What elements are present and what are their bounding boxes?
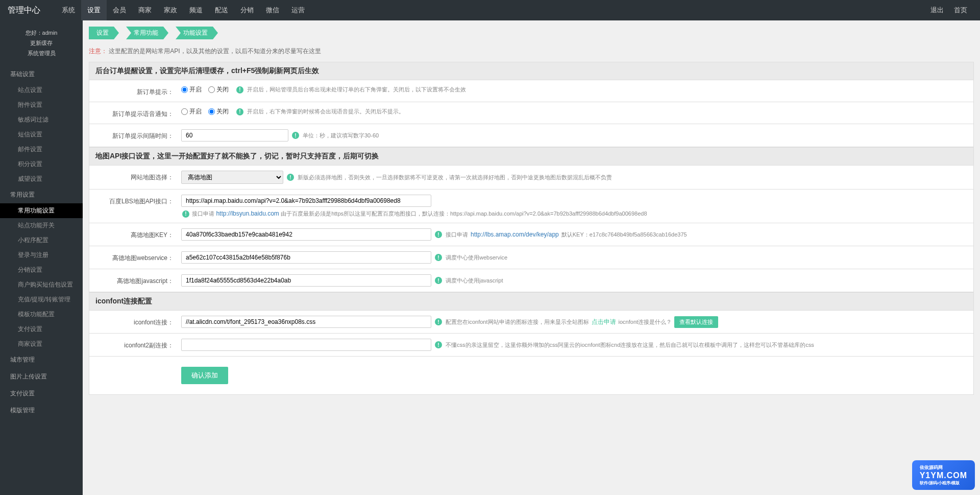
- help-iconfont-2: iocnfont连接是什么？: [619, 318, 672, 326]
- input-iconfont2[interactable]: [181, 339, 431, 351]
- nav-merchant[interactable]: 商家: [132, 0, 158, 20]
- logout-link[interactable]: 退出: [925, 6, 949, 15]
- info-icon: !: [182, 210, 189, 218]
- help-baidu-1: 接口申请: [192, 210, 216, 217]
- radio-voice-off[interactable]: 关闭: [208, 107, 229, 116]
- radio-new-order-off[interactable]: 关闭: [208, 85, 229, 94]
- sidebar-group-image[interactable]: 图片上传设置: [0, 368, 83, 385]
- label-new-order: 新订单提示：: [89, 85, 181, 97]
- sidebar-group-common[interactable]: 常用设置: [0, 186, 83, 203]
- label-baidu-api: 百度LBS地图API接口：: [89, 195, 181, 206]
- link-iconfont-apply[interactable]: 点击申请: [592, 318, 616, 326]
- sidebar: 您好：admin 更新缓存 系统管理员 基础设置 站点设置 附件设置 敏感词过滤…: [0, 20, 83, 495]
- sidebar-item-sensitive[interactable]: 敏感词过滤: [0, 112, 83, 127]
- row-iconfont2: iconfont2副连接： ! 不懂css的亲这里留空，这里你额外增加的css阿…: [89, 334, 974, 357]
- radio-voice-on-input[interactable]: [181, 108, 188, 115]
- header-right: 退出 首页: [925, 6, 972, 15]
- bc-func[interactable]: 功能设置: [176, 27, 218, 39]
- sidebar-item-template-func[interactable]: 模板功能配置: [0, 307, 83, 322]
- sidebar-item-payment[interactable]: 支付设置: [0, 322, 83, 337]
- nav-operation[interactable]: 运营: [285, 0, 311, 20]
- info-icon: !: [287, 174, 294, 181]
- notice: 注意： 这里配置的是网站常用API，以及其他的设置，以后不知道分来的尽量写在这里: [89, 44, 974, 62]
- sidebar-group-pay[interactable]: 支付设置: [0, 385, 83, 402]
- input-baidu-api[interactable]: [181, 195, 431, 207]
- radio-new-order-on[interactable]: 开启: [181, 85, 202, 94]
- home-link[interactable]: 首页: [949, 6, 972, 15]
- nav-settings[interactable]: 设置: [81, 0, 107, 20]
- sidebar-item-attachment[interactable]: 附件设置: [0, 98, 83, 112]
- main-content: 设置 常用功能 功能设置 注意： 这里配置的是网站常用API，以及其他的设置，以…: [83, 20, 980, 495]
- sidebar-group-template[interactable]: 模版管理: [0, 402, 83, 419]
- input-amap-key[interactable]: [181, 228, 431, 241]
- sidebar-item-miniapp[interactable]: 小程序配置: [0, 233, 83, 248]
- info-icon: !: [435, 231, 442, 238]
- help-new-order: 开启后，网站管理员后台将出现未处理订单的右下角弹窗。关闭后，以下设置将不会生效: [247, 86, 466, 93]
- section-map-title: 地图API接口设置，这里一开始配置好了就不能换了，切记，暂时只支持百度，后期可切…: [89, 147, 974, 166]
- radio-voice-off-input[interactable]: [208, 108, 215, 115]
- help-amap-1: 接口申请: [446, 231, 468, 239]
- help-iconfont-1: 配置您在iconfont网站申请的图标连接，用来显示全站图标: [446, 318, 589, 326]
- help-amap-2: 默认KEY：e17c8c7648b49bf5a85663cab16de375: [561, 231, 687, 239]
- submit-button[interactable]: 确认添加: [181, 367, 228, 384]
- sidebar-item-feature-switch[interactable]: 站点功能开关: [0, 218, 83, 233]
- label-interval: 新订单提示间隔时间：: [89, 129, 181, 140]
- app-title: 管理中心: [8, 5, 40, 16]
- sidebar-group-basic[interactable]: 基础设置: [0, 66, 83, 83]
- radio-off-input[interactable]: [208, 86, 215, 93]
- info-icon: !: [236, 86, 243, 93]
- label-iconfont2: iconfont2副连接：: [89, 339, 181, 350]
- info-icon: !: [435, 277, 442, 284]
- row-amap-ws: 高德地图webservice： ! 调度中心使用webservice: [89, 246, 974, 269]
- nav-distribution[interactable]: 分销: [234, 0, 260, 20]
- radio-voice-on[interactable]: 开启: [181, 107, 202, 116]
- update-cache-link[interactable]: 更新缓存: [0, 38, 83, 49]
- nav-delivery[interactable]: 配送: [209, 0, 234, 20]
- sidebar-item-recharge[interactable]: 充值/提现/转账管理: [0, 292, 83, 307]
- nav-wechat[interactable]: 微信: [260, 0, 285, 20]
- sidebar-item-prestige[interactable]: 威望设置: [0, 172, 83, 186]
- label-amap-ws: 高德地图webservice：: [89, 251, 181, 263]
- info-icon: !: [435, 318, 442, 325]
- help-interval: 单位：秒，建议填写数字30-60: [303, 132, 379, 139]
- sidebar-item-points[interactable]: 积分设置: [0, 157, 83, 172]
- sidebar-item-sms[interactable]: 短信设置: [0, 127, 83, 142]
- sidebar-item-site[interactable]: 站点设置: [0, 83, 83, 98]
- radio-on-input[interactable]: [181, 86, 188, 93]
- label-amap-js: 高德地图javascript：: [89, 274, 181, 286]
- help-amap-js: 调度中心使用javascript: [446, 277, 503, 285]
- input-amap-js[interactable]: [181, 274, 431, 287]
- input-interval[interactable]: [181, 129, 288, 142]
- section-iconfont-title: iconfont连接配置: [89, 292, 974, 311]
- nav-housekeeping[interactable]: 家政: [158, 0, 183, 20]
- row-interval: 新订单提示间隔时间： ! 单位：秒，建议填写数字30-60: [89, 124, 974, 147]
- link-baidu-lbs[interactable]: http://lbsyun.baidu.com: [216, 210, 279, 217]
- nav-member[interactable]: 会员: [107, 0, 132, 20]
- link-amap[interactable]: http://lbs.amap.com/dev/key/app: [471, 231, 559, 238]
- help-map-select: 新版必须选择地图，否则失效，一旦选择数据将不可逆更改，请第一次就选择好地图，否则…: [298, 174, 612, 181]
- submit-row: 确认添加: [89, 357, 974, 395]
- nav-system[interactable]: 系统: [56, 0, 81, 20]
- input-iconfont[interactable]: [181, 316, 431, 328]
- input-amap-ws[interactable]: [181, 251, 431, 264]
- bc-common[interactable]: 常用功能: [126, 27, 168, 39]
- sidebar-group-city[interactable]: 城市管理: [0, 351, 83, 368]
- sidebar-item-merchant-sms[interactable]: 商户购买短信包设置: [0, 277, 83, 292]
- breadcrumb: 设置 常用功能 功能设置: [89, 27, 974, 39]
- row-new-order: 新订单提示： 开启 关闭 ! 开启后，网站管理员后台将出现未处理订单的右下角弹窗…: [89, 80, 974, 102]
- btn-view-default[interactable]: 查看默认连接: [674, 316, 718, 328]
- notice-label: 注意：: [89, 48, 107, 55]
- sidebar-item-login[interactable]: 登录与注册: [0, 248, 83, 263]
- sidebar-item-common-func[interactable]: 常用功能设置: [0, 203, 83, 218]
- sidebar-item-merchant-settings[interactable]: 商家设置: [0, 337, 83, 351]
- notice-text: 这里配置的是网站常用API，以及其他的设置，以后不知道分来的尽量写在这里: [109, 48, 321, 55]
- watermark-top: 依依源码网: [920, 464, 967, 471]
- sidebar-item-mail[interactable]: 邮件设置: [0, 142, 83, 157]
- nav-channel[interactable]: 频道: [183, 0, 209, 20]
- bc-settings[interactable]: 设置: [89, 27, 119, 39]
- watermark-sub: 软件/源码/小程序/模版: [920, 480, 967, 486]
- sidebar-item-dist[interactable]: 分销设置: [0, 263, 83, 277]
- select-map[interactable]: 高德地图: [181, 171, 283, 184]
- watermark: 依依源码网 Y1YM.COM 软件/源码/小程序/模版: [912, 460, 975, 490]
- label-map-select: 网站地图选择：: [89, 171, 181, 182]
